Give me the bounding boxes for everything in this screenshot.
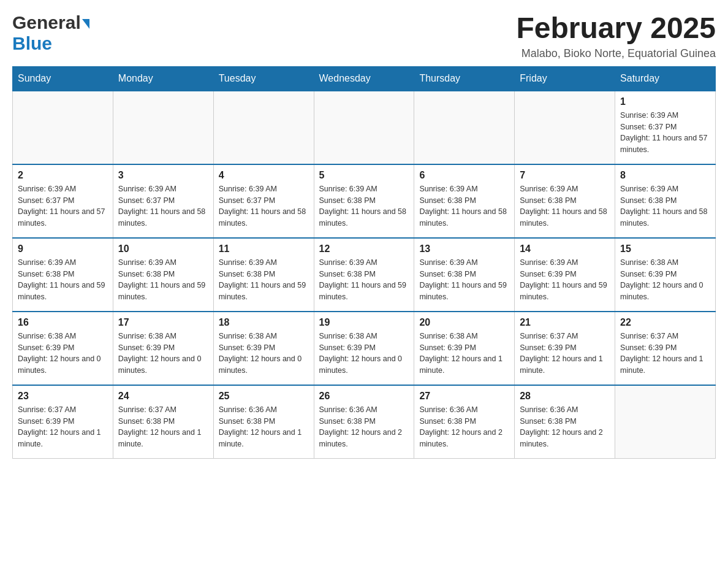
calendar-day (113, 91, 213, 164)
day-info: Sunrise: 6:38 AMSunset: 6:39 PMDaylight:… (620, 257, 710, 303)
calendar-day: 1Sunrise: 6:39 AMSunset: 6:37 PMDaylight… (615, 91, 716, 164)
day-info: Sunrise: 6:39 AMSunset: 6:37 PMDaylight:… (219, 183, 309, 229)
calendar-week-row: 9Sunrise: 6:39 AMSunset: 6:38 PMDaylight… (13, 238, 716, 312)
month-title: February 2025 (516, 12, 716, 45)
calendar-week-row: 16Sunrise: 6:38 AMSunset: 6:39 PMDayligh… (13, 312, 716, 385)
day-number: 3 (118, 170, 208, 181)
day-number: 5 (319, 170, 409, 181)
day-info: Sunrise: 6:39 AMSunset: 6:38 PMDaylight:… (419, 183, 509, 229)
calendar-day: 26Sunrise: 6:36 AMSunset: 6:38 PMDayligh… (314, 385, 414, 459)
calendar-day: 16Sunrise: 6:38 AMSunset: 6:39 PMDayligh… (13, 312, 113, 385)
day-number: 26 (319, 391, 409, 402)
day-info: Sunrise: 6:36 AMSunset: 6:38 PMDaylight:… (520, 404, 610, 450)
day-info: Sunrise: 6:39 AMSunset: 6:38 PMDaylight:… (319, 257, 409, 303)
calendar-day (515, 91, 615, 164)
calendar-day: 22Sunrise: 6:37 AMSunset: 6:39 PMDayligh… (615, 312, 716, 385)
day-number: 17 (118, 317, 208, 328)
day-info: Sunrise: 6:38 AMSunset: 6:39 PMDaylight:… (419, 331, 509, 377)
day-info: Sunrise: 6:39 AMSunset: 6:38 PMDaylight:… (18, 257, 108, 303)
calendar-day: 13Sunrise: 6:39 AMSunset: 6:38 PMDayligh… (414, 238, 515, 312)
calendar-day: 15Sunrise: 6:38 AMSunset: 6:39 PMDayligh… (615, 238, 716, 312)
day-info: Sunrise: 6:38 AMSunset: 6:39 PMDaylight:… (219, 331, 309, 377)
day-number: 21 (520, 317, 610, 328)
day-info: Sunrise: 6:36 AMSunset: 6:38 PMDaylight:… (219, 404, 309, 450)
calendar-day: 6Sunrise: 6:39 AMSunset: 6:38 PMDaylight… (414, 164, 515, 238)
day-info: Sunrise: 6:38 AMSunset: 6:39 PMDaylight:… (118, 331, 208, 377)
day-number: 24 (118, 391, 208, 402)
day-number: 7 (520, 170, 610, 181)
calendar-day: 3Sunrise: 6:39 AMSunset: 6:37 PMDaylight… (113, 164, 213, 238)
day-info: Sunrise: 6:36 AMSunset: 6:38 PMDaylight:… (419, 404, 509, 450)
calendar-day: 21Sunrise: 6:37 AMSunset: 6:39 PMDayligh… (515, 312, 615, 385)
day-number: 4 (219, 170, 309, 181)
day-number: 28 (520, 391, 610, 402)
calendar-week-row: 23Sunrise: 6:37 AMSunset: 6:39 PMDayligh… (13, 385, 716, 459)
calendar-header-sunday: Sunday (13, 66, 113, 91)
day-number: 12 (319, 243, 409, 255)
calendar-header-thursday: Thursday (414, 66, 515, 91)
calendar-day: 25Sunrise: 6:36 AMSunset: 6:38 PMDayligh… (213, 385, 314, 459)
calendar-header-wednesday: Wednesday (314, 66, 414, 91)
day-info: Sunrise: 6:39 AMSunset: 6:38 PMDaylight:… (219, 257, 309, 303)
day-number: 27 (419, 391, 509, 402)
logo-arrow-icon (82, 19, 89, 29)
day-info: Sunrise: 6:39 AMSunset: 6:39 PMDaylight:… (520, 257, 610, 303)
calendar-day: 14Sunrise: 6:39 AMSunset: 6:39 PMDayligh… (515, 238, 615, 312)
calendar-table: SundayMondayTuesdayWednesdayThursdayFrid… (12, 66, 716, 459)
calendar-day: 18Sunrise: 6:38 AMSunset: 6:39 PMDayligh… (213, 312, 314, 385)
logo-general-text: General (12, 12, 81, 33)
calendar-day: 5Sunrise: 6:39 AMSunset: 6:38 PMDaylight… (314, 164, 414, 238)
calendar-day (213, 91, 314, 164)
day-info: Sunrise: 6:39 AMSunset: 6:38 PMDaylight:… (118, 257, 208, 303)
day-info: Sunrise: 6:37 AMSunset: 6:39 PMDaylight:… (620, 331, 710, 377)
calendar-day: 17Sunrise: 6:38 AMSunset: 6:39 PMDayligh… (113, 312, 213, 385)
calendar-day: 8Sunrise: 6:39 AMSunset: 6:38 PMDaylight… (615, 164, 716, 238)
day-info: Sunrise: 6:38 AMSunset: 6:39 PMDaylight:… (18, 331, 108, 377)
day-info: Sunrise: 6:36 AMSunset: 6:38 PMDaylight:… (319, 404, 409, 450)
day-number: 10 (118, 243, 208, 255)
page-header: General Blue February 2025 Malabo, Bioko… (12, 12, 716, 60)
calendar-day (13, 91, 113, 164)
calendar-day: 4Sunrise: 6:39 AMSunset: 6:37 PMDaylight… (213, 164, 314, 238)
calendar-day: 7Sunrise: 6:39 AMSunset: 6:38 PMDaylight… (515, 164, 615, 238)
day-info: Sunrise: 6:37 AMSunset: 6:38 PMDaylight:… (118, 404, 208, 450)
calendar-day: 24Sunrise: 6:37 AMSunset: 6:38 PMDayligh… (113, 385, 213, 459)
day-info: Sunrise: 6:39 AMSunset: 6:38 PMDaylight:… (620, 183, 710, 229)
day-info: Sunrise: 6:39 AMSunset: 6:38 PMDaylight:… (520, 183, 610, 229)
logo: General Blue (12, 12, 89, 54)
day-info: Sunrise: 6:39 AMSunset: 6:38 PMDaylight:… (419, 257, 509, 303)
calendar-day: 12Sunrise: 6:39 AMSunset: 6:38 PMDayligh… (314, 238, 414, 312)
calendar-week-row: 1Sunrise: 6:39 AMSunset: 6:37 PMDaylight… (13, 91, 716, 164)
day-info: Sunrise: 6:39 AMSunset: 6:38 PMDaylight:… (319, 183, 409, 229)
calendar-day: 23Sunrise: 6:37 AMSunset: 6:39 PMDayligh… (13, 385, 113, 459)
day-info: Sunrise: 6:38 AMSunset: 6:39 PMDaylight:… (319, 331, 409, 377)
calendar-day: 27Sunrise: 6:36 AMSunset: 6:38 PMDayligh… (414, 385, 515, 459)
day-number: 13 (419, 243, 509, 255)
calendar-header-friday: Friday (515, 66, 615, 91)
day-info: Sunrise: 6:39 AMSunset: 6:37 PMDaylight:… (118, 183, 208, 229)
day-number: 2 (18, 170, 108, 181)
calendar-day (314, 91, 414, 164)
day-number: 6 (419, 170, 509, 181)
logo-blue-text: Blue (12, 33, 52, 53)
calendar-day: 11Sunrise: 6:39 AMSunset: 6:38 PMDayligh… (213, 238, 314, 312)
calendar-day: 10Sunrise: 6:39 AMSunset: 6:38 PMDayligh… (113, 238, 213, 312)
calendar-header-tuesday: Tuesday (213, 66, 314, 91)
day-number: 1 (620, 96, 710, 107)
day-info: Sunrise: 6:37 AMSunset: 6:39 PMDaylight:… (520, 331, 610, 377)
day-number: 20 (419, 317, 509, 328)
calendar-day (414, 91, 515, 164)
day-number: 9 (18, 243, 108, 255)
day-number: 15 (620, 243, 710, 255)
calendar-week-row: 2Sunrise: 6:39 AMSunset: 6:37 PMDaylight… (13, 164, 716, 238)
day-info: Sunrise: 6:39 AMSunset: 6:37 PMDaylight:… (620, 110, 710, 156)
title-area: February 2025 Malabo, Bioko Norte, Equat… (516, 12, 716, 60)
day-number: 19 (319, 317, 409, 328)
calendar-header-monday: Monday (113, 66, 213, 91)
calendar-day (615, 385, 716, 459)
day-number: 16 (18, 317, 108, 328)
calendar-day: 19Sunrise: 6:38 AMSunset: 6:39 PMDayligh… (314, 312, 414, 385)
location-title: Malabo, Bioko Norte, Equatorial Guinea (516, 47, 716, 60)
day-number: 22 (620, 317, 710, 328)
day-number: 11 (219, 243, 309, 255)
